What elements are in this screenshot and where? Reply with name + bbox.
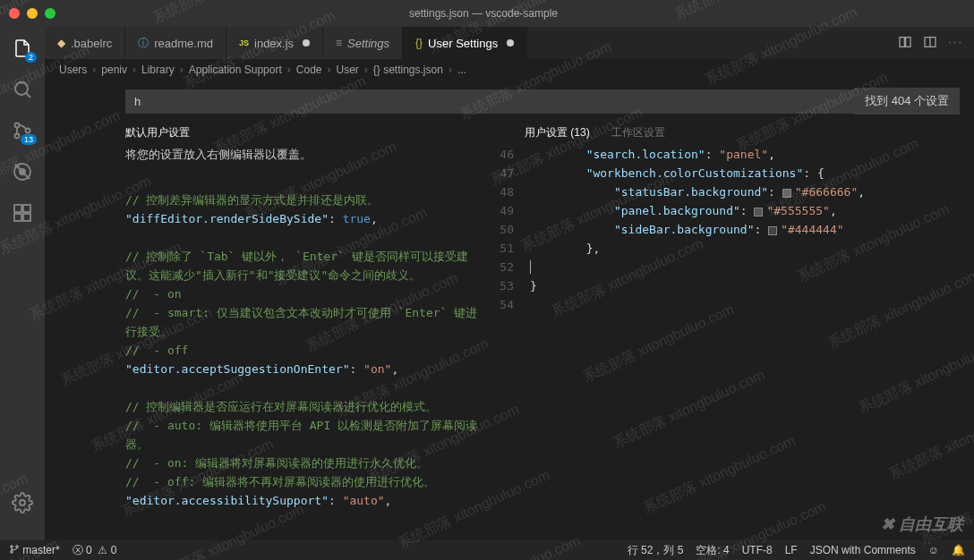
titlebar: settings.json — vscode-sample [0, 0, 974, 27]
editor-tab[interactable]: ≡Settings [323, 27, 403, 59]
chevron-right-icon: › [449, 64, 452, 76]
svg-point-15 [11, 551, 13, 554]
close-window-button[interactable] [9, 8, 20, 19]
maximize-window-button[interactable] [45, 8, 56, 19]
dirty-indicator-icon [507, 39, 514, 47]
encoding-indicator[interactable]: UTF-8 [742, 544, 773, 556]
svg-rect-6 [14, 205, 21, 212]
svg-point-10 [20, 500, 25, 505]
feedback-icon[interactable]: ☺ [928, 544, 939, 556]
svg-point-5 [20, 169, 25, 174]
svg-point-0 [15, 82, 28, 95]
chevron-right-icon: › [132, 64, 136, 76]
split-editor-icon[interactable] [923, 35, 937, 52]
chevron-right-icon: › [180, 64, 184, 76]
svg-point-3 [26, 129, 30, 133]
json-file-icon: {} [415, 37, 423, 49]
chevron-right-icon: › [287, 64, 291, 76]
svg-rect-12 [906, 37, 910, 47]
breadcrumbs[interactable]: Users›peniv›Library›Application Support›… [45, 59, 974, 81]
eol-indicator[interactable]: LF [785, 544, 798, 556]
search-icon[interactable] [10, 77, 35, 102]
explorer-icon[interactable]: 2 [10, 36, 35, 61]
search-result-count: 找到 404 个设置 [854, 88, 960, 115]
user-settings-editor[interactable]: 46 "search.location": "panel",47 "workbe… [492, 145, 974, 314]
breadcrumb-item[interactable]: Application Support [189, 64, 282, 76]
svg-rect-7 [23, 205, 30, 212]
activity-bar: 2 13 [0, 27, 45, 540]
svg-rect-11 [900, 37, 904, 47]
editor-tab[interactable]: {}User Settings [403, 27, 527, 59]
svg-point-1 [15, 123, 20, 128]
editor-tab[interactable]: ⓘreadme.md [125, 27, 226, 59]
settings-hint: 将您的设置放入右侧编辑器以覆盖。 [45, 145, 492, 172]
file-icon: JS [239, 38, 249, 47]
svg-point-16 [16, 546, 19, 548]
breadcrumb-item[interactable]: peniv [101, 64, 127, 76]
svg-point-2 [15, 134, 20, 139]
editor-tab[interactable]: JSindex.js [226, 27, 323, 59]
more-actions-icon[interactable]: ··· [948, 35, 963, 52]
tab-label: readme.md [154, 37, 213, 50]
minimize-window-button[interactable] [27, 8, 38, 19]
status-bar: master* ⓧ 0 ⚠ 0 行 52，列 5 空格: 4 UTF-8 LF … [0, 540, 974, 560]
dirty-indicator-icon [303, 39, 310, 47]
traffic-lights [9, 8, 56, 19]
breadcrumb-item[interactable]: {} settings.json [373, 64, 443, 76]
branch-indicator[interactable]: master* [9, 544, 60, 556]
window-title: settings.json — vscode-sample [56, 7, 911, 20]
notifications-icon[interactable]: 🔔 [952, 544, 965, 556]
editor-tab[interactable]: ◆.babelrc [45, 27, 125, 59]
editor-tabs: ◆.babelrcⓘreadme.mdJSindex.js≡Settings{}… [45, 27, 974, 59]
indent-indicator[interactable]: 空格: 4 [696, 543, 729, 558]
breadcrumb-item[interactable]: Library [141, 64, 175, 76]
file-icon: ◆ [57, 37, 65, 49]
explorer-badge: 2 [25, 52, 37, 63]
tab-label: index.js [254, 37, 294, 50]
default-settings-editor[interactable]: // 控制差异编辑器的显示方式是并排还是内联。"diffEditor.rende… [45, 172, 492, 510]
breadcrumb-item[interactable]: User [336, 64, 358, 76]
svg-rect-9 [23, 214, 30, 221]
scm-badge: 13 [21, 134, 37, 145]
split-diff-icon[interactable] [898, 35, 912, 52]
settings-search-input[interactable] [125, 89, 854, 114]
settings-gear-icon[interactable] [10, 490, 35, 515]
tab-label: User Settings [428, 37, 498, 50]
workspace-settings-tab[interactable]: 工作区设置 [611, 125, 665, 140]
cursor-position[interactable]: 行 52，列 5 [628, 543, 684, 558]
breadcrumb-item[interactable]: ... [457, 64, 466, 76]
chevron-right-icon: › [364, 64, 368, 76]
debug-icon[interactable] [10, 159, 35, 184]
chevron-right-icon: › [92, 64, 96, 76]
default-settings-header: 默认用户设置 [125, 125, 190, 140]
tab-label: Settings [347, 37, 389, 50]
breadcrumb-item[interactable]: Code [296, 64, 322, 76]
svg-rect-8 [14, 214, 21, 221]
svg-point-14 [11, 546, 13, 548]
tab-label: .babelrc [71, 37, 112, 50]
extensions-icon[interactable] [10, 200, 35, 225]
chevron-right-icon: › [327, 64, 330, 76]
file-icon: ⓘ [138, 36, 149, 51]
breadcrumb-item[interactable]: Users [59, 64, 87, 76]
problems-indicator[interactable]: ⓧ 0 ⚠ 0 [73, 543, 117, 558]
file-icon: ≡ [336, 37, 342, 49]
language-indicator[interactable]: JSON with Comments [810, 544, 916, 556]
user-settings-tab[interactable]: 用户设置 (13) [525, 125, 590, 140]
source-control-icon[interactable]: 13 [10, 118, 35, 143]
